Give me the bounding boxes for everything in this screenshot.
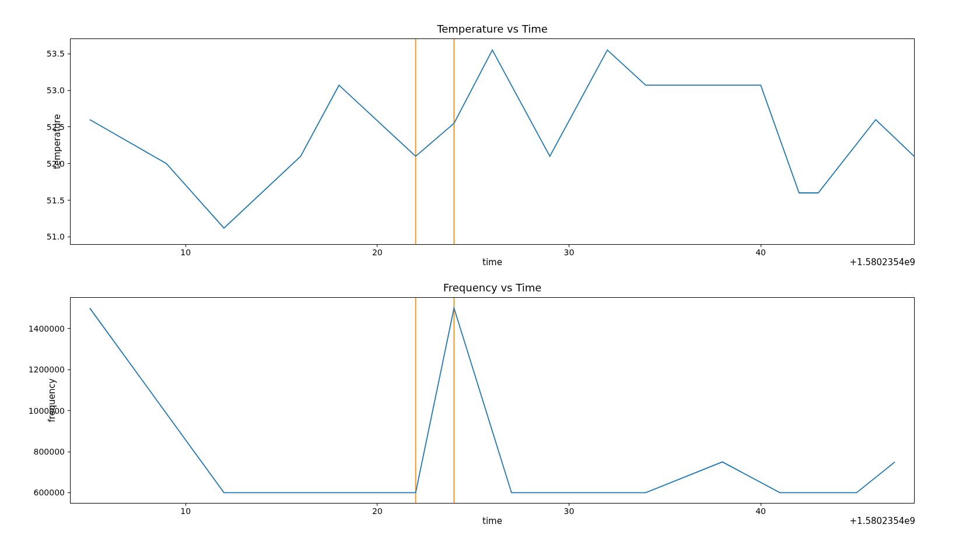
x-tick-label: 20 bbox=[372, 248, 383, 257]
y-tick-mark bbox=[68, 163, 71, 164]
y-tick-mark bbox=[68, 200, 71, 200]
x-tick-label: 10 bbox=[180, 248, 191, 257]
y-tick-label: 600000 bbox=[34, 488, 65, 497]
y-tick-label: 53.5 bbox=[47, 49, 65, 58]
y-tick-label: 1200000 bbox=[29, 365, 65, 374]
x-tick-label: 20 bbox=[372, 506, 383, 516]
line-series bbox=[90, 50, 914, 228]
x-tick-label: 30 bbox=[564, 506, 575, 516]
x-tick-mark bbox=[761, 244, 761, 247]
y-axis-label: frequency bbox=[47, 378, 57, 422]
x-tick-mark bbox=[186, 503, 186, 506]
x-axis-offset: +1.5802354e9 bbox=[850, 257, 915, 268]
y-tick-mark bbox=[68, 410, 71, 411]
y-tick-mark bbox=[68, 492, 71, 493]
y-tick-label: 1000000 bbox=[29, 406, 65, 416]
x-tick-label: 40 bbox=[755, 248, 766, 257]
y-tick-label: 800000 bbox=[34, 447, 65, 456]
y-tick-label: 51.5 bbox=[47, 196, 65, 205]
x-axis-label: time bbox=[71, 516, 914, 526]
x-tick-label: 30 bbox=[564, 248, 575, 257]
x-tick-mark bbox=[377, 244, 377, 247]
line-series bbox=[90, 308, 895, 493]
y-tick-mark bbox=[68, 452, 71, 452]
y-tick-mark bbox=[68, 328, 71, 329]
chart-title: Frequency vs Time bbox=[71, 281, 914, 294]
plot-area bbox=[71, 39, 914, 244]
x-tick-label: 40 bbox=[755, 506, 766, 516]
y-tick-mark bbox=[68, 54, 71, 54]
y-tick-mark bbox=[68, 237, 71, 237]
y-tick-label: 52.5 bbox=[47, 122, 65, 132]
y-tick-label: 51.0 bbox=[47, 232, 65, 241]
x-tick-mark bbox=[186, 244, 186, 247]
figure: Temperature vs Time temperature time +1.… bbox=[0, 0, 980, 542]
temperature-chart: Temperature vs Time temperature time +1.… bbox=[70, 38, 915, 245]
x-tick-label: 10 bbox=[180, 506, 191, 516]
x-tick-mark bbox=[569, 244, 569, 247]
x-axis-offset: +1.5802354e9 bbox=[850, 516, 915, 526]
y-tick-label: 52.0 bbox=[47, 159, 65, 168]
y-tick-label: 53.0 bbox=[47, 86, 65, 95]
frequency-chart: Frequency vs Time frequency time +1.5802… bbox=[70, 297, 915, 504]
y-tick-mark bbox=[68, 126, 71, 127]
x-tick-mark bbox=[761, 503, 761, 506]
y-tick-mark bbox=[68, 90, 71, 91]
x-tick-mark bbox=[377, 503, 377, 506]
chart-title: Temperature vs Time bbox=[71, 23, 914, 35]
x-tick-mark bbox=[569, 503, 569, 506]
y-tick-mark bbox=[68, 369, 71, 370]
y-tick-label: 1400000 bbox=[29, 324, 65, 333]
plot-area bbox=[71, 298, 914, 503]
x-axis-label: time bbox=[71, 257, 914, 268]
